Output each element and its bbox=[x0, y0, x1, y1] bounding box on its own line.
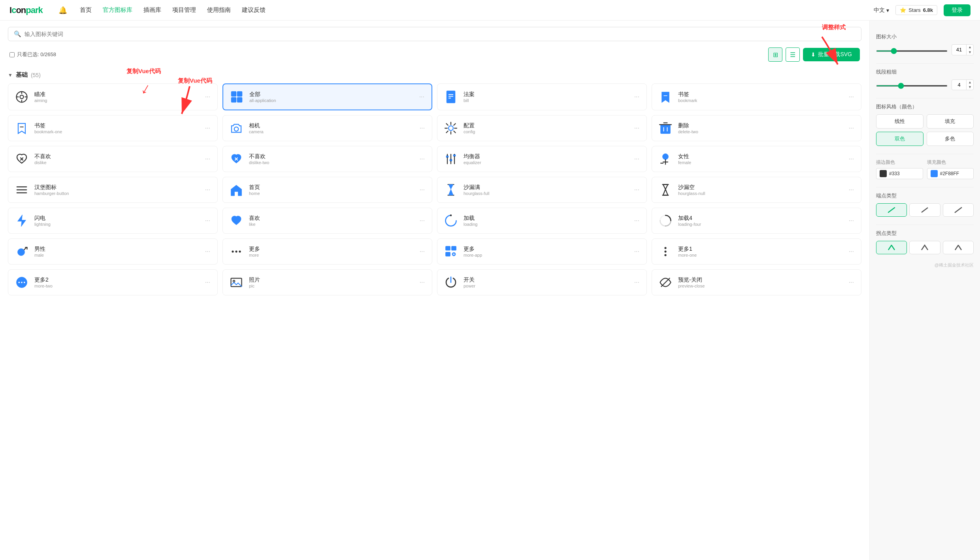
nav-project[interactable]: 项目管理 bbox=[172, 5, 196, 15]
icon-more-btn[interactable]: ··· bbox=[847, 278, 856, 287]
icon-more-btn[interactable]: ··· bbox=[204, 155, 212, 163]
size-slider[interactable] bbox=[876, 50, 948, 52]
icon-more-btn[interactable]: ··· bbox=[633, 247, 641, 256]
icon-card-more-one[interactable]: 更多1 more-one ··· bbox=[652, 238, 861, 265]
svg-point-1 bbox=[20, 95, 24, 99]
icon-more-btn[interactable]: ··· bbox=[204, 216, 212, 225]
nav-illustration[interactable]: 插画库 bbox=[143, 5, 161, 15]
language-button[interactable]: 中文 ▾ bbox=[874, 7, 889, 14]
stroke-decrement-button[interactable]: ▼ bbox=[967, 85, 973, 90]
node-round-button[interactable] bbox=[876, 241, 907, 254]
icon-more-btn[interactable]: ··· bbox=[204, 278, 212, 287]
style-two-tone-button[interactable]: 双色 bbox=[876, 132, 923, 146]
search-input[interactable] bbox=[24, 31, 856, 37]
style-multicolor-button[interactable]: 多色 bbox=[927, 132, 974, 146]
grid-view-button[interactable]: ⊞ bbox=[768, 47, 782, 62]
icon-card-equalizer[interactable]: 均衡器 equalizer ··· bbox=[437, 146, 647, 172]
icon-more-btn[interactable]: ··· bbox=[633, 124, 641, 132]
node-label: 拐点类型 bbox=[876, 230, 974, 237]
icon-card-like[interactable]: 喜欢 like ··· bbox=[222, 208, 432, 234]
node-bevel-button[interactable] bbox=[943, 241, 974, 254]
endpoint-flat-button[interactable] bbox=[909, 203, 940, 217]
icon-card-loading[interactable]: 加载 loading ··· bbox=[437, 208, 647, 234]
icon-card-hourglass-null[interactable]: 沙漏空 hourglass-null ··· bbox=[652, 177, 861, 203]
right-sidebar: 调整样式 ↓ 图标大小 41 ▲ ▼ bbox=[869, 21, 980, 560]
only-selected-checkbox[interactable] bbox=[9, 52, 15, 57]
icon-card-all-application[interactable]: 全部 all-application ··· bbox=[222, 83, 432, 110]
icon-card-config[interactable]: 配置 config ··· bbox=[437, 115, 647, 141]
icon-more-btn[interactable]: ··· bbox=[418, 247, 426, 256]
node-miter-button[interactable] bbox=[909, 241, 940, 254]
icon-more-btn[interactable]: ··· bbox=[204, 93, 212, 101]
nav-home[interactable]: 首页 bbox=[80, 5, 92, 15]
category-header[interactable]: ▼ 基础 (55) bbox=[8, 68, 861, 83]
nav-feedback[interactable]: 建议反馈 bbox=[242, 5, 266, 15]
icon-more-btn[interactable]: ··· bbox=[847, 124, 856, 132]
svg-rect-50 bbox=[446, 246, 450, 251]
fill-color-swatch[interactable] bbox=[931, 170, 938, 177]
size-increment-button[interactable]: ▲ bbox=[967, 45, 973, 50]
icon-card-bookmark[interactable]: 书签 bookmark ··· bbox=[652, 83, 861, 110]
icon-card-lightning[interactable]: 闪电 lightning ··· bbox=[8, 208, 218, 234]
icon-card-hourglass-full[interactable]: 沙漏满 hourglass-full ··· bbox=[437, 177, 647, 203]
icon-card-more-app[interactable]: 更多 more-app ··· bbox=[437, 238, 647, 265]
icon-more-btn[interactable]: ··· bbox=[633, 185, 641, 194]
style-filled-button[interactable]: 填充 bbox=[927, 114, 974, 129]
icon-more-btn[interactable]: ··· bbox=[418, 216, 426, 225]
icon-more-btn[interactable]: ··· bbox=[633, 216, 641, 225]
icon-more-btn[interactable]: ··· bbox=[847, 185, 856, 194]
icon-card-loading-four[interactable]: 加载4 loading-four ··· bbox=[652, 208, 861, 234]
icon-more-btn[interactable]: ··· bbox=[204, 185, 212, 194]
node-buttons bbox=[876, 241, 974, 254]
stroke-color-swatch[interactable] bbox=[880, 170, 887, 177]
icon-more-btn[interactable]: ··· bbox=[847, 216, 856, 225]
batch-download-button[interactable]: ⬇ 批量下载SVG bbox=[803, 48, 860, 61]
icon-card-dislike[interactable]: 不喜欢 dislike ··· bbox=[8, 146, 218, 172]
endpoint-round-button[interactable] bbox=[876, 203, 907, 217]
icon-more-btn[interactable]: ··· bbox=[418, 155, 426, 163]
stroke-slider[interactable] bbox=[876, 85, 948, 87]
filter-selected-checkbox[interactable]: 只看已选: 0/2658 bbox=[9, 51, 56, 58]
nav-icon-library[interactable]: 官方图标库 bbox=[103, 5, 132, 15]
icon-more-btn[interactable]: ··· bbox=[847, 155, 856, 163]
icon-card-dislike-two[interactable]: 不喜欢 dislike-two ··· bbox=[222, 146, 432, 172]
svg-point-43 bbox=[18, 249, 25, 256]
github-stars-button[interactable]: ⭐ Stars 6.8k bbox=[895, 5, 937, 15]
icon-card-delete-two[interactable]: 删除 delete-two ··· bbox=[652, 115, 861, 141]
icon-card-more-two[interactable]: 更多2 more-two ··· bbox=[8, 269, 218, 295]
icon-card-male[interactable]: 男性 male ··· bbox=[8, 238, 218, 265]
stroke-value-display: 4 ▲ ▼ bbox=[952, 79, 974, 91]
icon-card-female[interactable]: 女性 female ··· bbox=[652, 146, 861, 172]
icon-card-more[interactable]: 更多 more ··· bbox=[222, 238, 432, 265]
stroke-color-hex-input[interactable] bbox=[889, 171, 917, 176]
icon-card-aiming[interactable]: 瞄准 aiming ··· bbox=[8, 83, 218, 110]
fill-color-hex-input[interactable] bbox=[940, 171, 968, 176]
icon-more-btn[interactable]: ··· bbox=[633, 155, 641, 163]
icon-card-bookmark-one[interactable]: 书签 bookmark-one ··· bbox=[8, 115, 218, 141]
icon-card-bill[interactable]: 法案 bill ··· bbox=[437, 83, 647, 110]
icon-more-btn[interactable]: ··· bbox=[204, 124, 212, 132]
icon-card-hamburger[interactable]: 汉堡图标 hamburger-button ··· bbox=[8, 177, 218, 203]
icon-card-camera[interactable]: 相机 camera ··· bbox=[222, 115, 432, 141]
login-button[interactable]: 登录 bbox=[944, 4, 971, 16]
notification-bell[interactable]: 🔔 bbox=[58, 6, 67, 15]
icon-more-btn[interactable]: ··· bbox=[847, 247, 856, 256]
icon-card-pic[interactable]: 照片 pic ··· bbox=[222, 269, 432, 295]
icon-more-btn[interactable]: ··· bbox=[418, 278, 426, 287]
nav-guide[interactable]: 使用指南 bbox=[207, 5, 231, 15]
icon-more-btn[interactable]: ··· bbox=[418, 124, 426, 132]
icon-more-btn[interactable]: ··· bbox=[847, 93, 856, 101]
icon-card-power[interactable]: 开关 power ··· bbox=[437, 269, 647, 295]
icon-more-btn[interactable]: ··· bbox=[633, 93, 641, 101]
list-view-button[interactable]: ☰ bbox=[786, 47, 800, 62]
icon-card-preview-close[interactable]: 预览-关闭 preview-close ··· bbox=[652, 269, 861, 295]
stroke-increment-button[interactable]: ▲ bbox=[967, 80, 973, 85]
icon-more-btn[interactable]: ··· bbox=[633, 278, 641, 287]
icon-more-btn[interactable]: ··· bbox=[204, 247, 212, 256]
endpoint-square-button[interactable] bbox=[943, 203, 974, 217]
size-decrement-button[interactable]: ▼ bbox=[967, 50, 973, 55]
style-linear-button[interactable]: 线性 bbox=[876, 114, 923, 129]
icon-more-btn[interactable]: ··· bbox=[418, 93, 426, 101]
icon-more-btn[interactable]: ··· bbox=[418, 185, 426, 194]
icon-card-home[interactable]: 首页 home ··· bbox=[222, 177, 432, 203]
